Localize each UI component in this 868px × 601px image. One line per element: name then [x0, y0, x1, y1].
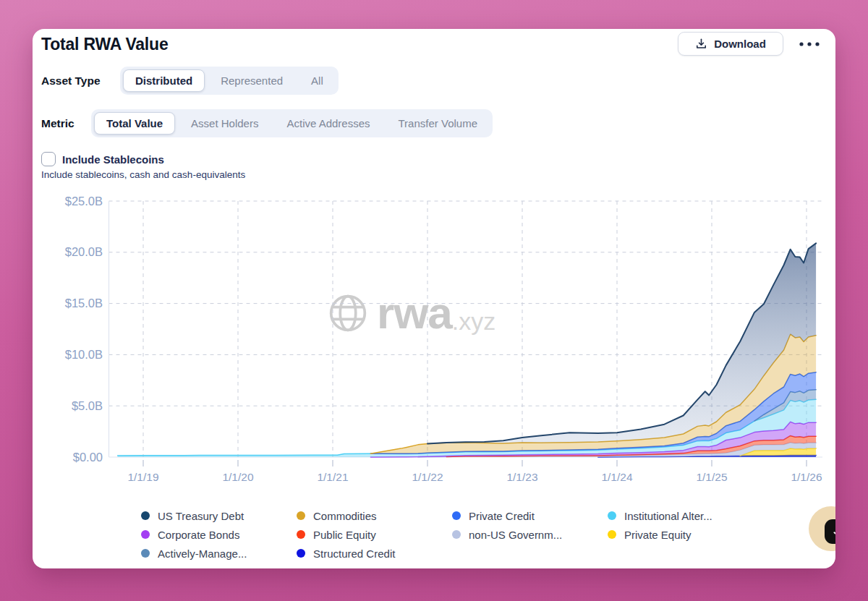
- legend-item-structured-credit[interactable]: Structured Credit: [297, 544, 452, 563]
- metric-option-asset-holders[interactable]: Asset Holders: [179, 112, 271, 135]
- legend-item-private-equity[interactable]: Private Equity: [608, 525, 788, 544]
- include-stablecoins-description: Include stablecoins, cash and cash-equiv…: [41, 169, 245, 180]
- stacked-area-chart[interactable]: $0.00$5.0B$10.0B$15.0B$20.0B$25.0B1/1/19…: [33, 195, 835, 493]
- svg-text:$25.0B: $25.0B: [65, 195, 103, 208]
- download-label: Download: [714, 38, 766, 50]
- legend-dot: [297, 530, 305, 539]
- legend-label: US Treasury Debt: [158, 510, 244, 522]
- download-icon: [695, 38, 707, 50]
- asset-type-option-all[interactable]: All: [299, 69, 336, 92]
- legend-item-corporate-bonds[interactable]: Corporate Bonds: [141, 525, 297, 544]
- svg-text:1/1/24: 1/1/24: [601, 471, 632, 483]
- svg-text:1/1/21: 1/1/21: [317, 471, 348, 483]
- svg-text:$10.0B: $10.0B: [65, 348, 103, 361]
- legend-label: non-US Governm...: [469, 529, 562, 541]
- chart-area: rwa .xyz $0.00$5.0B$10.0B$15.0B$20.0B$25…: [33, 195, 835, 493]
- metric-label: Metric: [41, 117, 91, 130]
- legend-item-non-us-governm[interactable]: non-US Governm...: [452, 525, 608, 544]
- include-stablecoins-row: Include Stablecoins: [41, 152, 164, 166]
- legend-dot: [452, 530, 461, 539]
- legend-dot: [141, 549, 150, 558]
- legend-item-commodities[interactable]: Commodities: [297, 506, 452, 525]
- chart-legend: US Treasury DebtCommoditiesPrivate Credi…: [141, 506, 788, 563]
- ellipsis-icon: [799, 41, 820, 47]
- legend-label: Private Equity: [624, 529, 692, 541]
- svg-text:1/1/25: 1/1/25: [696, 471, 727, 483]
- legend-item-institutional-alter[interactable]: Institutional Alter...: [608, 506, 788, 525]
- chat-widget-button[interactable]: [809, 506, 835, 551]
- page-title: Total RWA Value: [41, 35, 169, 54]
- legend-label: Structured Credit: [313, 547, 395, 560]
- legend-item-actively-manage[interactable]: Actively-Manage...: [141, 544, 297, 563]
- legend-label: Corporate Bonds: [158, 529, 239, 541]
- legend-dot: [297, 549, 305, 558]
- legend-label: Commodities: [313, 510, 377, 522]
- legend-label: Private Credit: [469, 510, 535, 522]
- metric-option-transfer-volume[interactable]: Transfer Volume: [386, 112, 490, 135]
- more-options-button[interactable]: [793, 35, 825, 53]
- download-button[interactable]: Download: [678, 32, 783, 56]
- asset-type-segmented: DistributedRepresentedAll: [120, 67, 339, 95]
- metric-option-active-addresses[interactable]: Active Addresses: [274, 112, 382, 135]
- legend-dot: [452, 511, 461, 520]
- include-stablecoins-label: Include Stablecoins: [62, 153, 164, 166]
- legend-item-private-credit[interactable]: Private Credit: [452, 506, 608, 525]
- svg-text:$0.00: $0.00: [73, 451, 103, 464]
- chat-icon: [825, 519, 835, 544]
- svg-text:$15.0B: $15.0B: [65, 297, 103, 310]
- legend-label: Institutional Alter...: [624, 510, 712, 522]
- legend-dot: [141, 511, 150, 520]
- metric-option-total-value[interactable]: Total Value: [94, 112, 175, 135]
- legend-dot: [608, 511, 616, 520]
- svg-text:1/1/20: 1/1/20: [222, 471, 253, 483]
- legend-item-public-equity[interactable]: Public Equity: [297, 525, 452, 544]
- legend-dot: [297, 511, 305, 520]
- legend-label: Public Equity: [313, 529, 376, 541]
- svg-text:1/1/26: 1/1/26: [791, 471, 822, 483]
- asset-type-row: Asset Type DistributedRepresentedAll: [41, 67, 339, 95]
- chart-card: Total RWA Value Download Asset Type Dist…: [33, 29, 835, 568]
- legend-dot: [141, 530, 150, 539]
- svg-text:1/1/22: 1/1/22: [412, 471, 443, 483]
- asset-type-option-represented[interactable]: Represented: [208, 69, 295, 92]
- svg-text:$5.0B: $5.0B: [72, 399, 103, 412]
- svg-text:1/1/19: 1/1/19: [127, 471, 158, 483]
- metric-segmented: Total ValueAsset HoldersActive Addresses…: [91, 109, 493, 137]
- metric-row: Metric Total ValueAsset HoldersActive Ad…: [41, 109, 493, 137]
- asset-type-label: Asset Type: [41, 74, 120, 88]
- legend-item-us-treasury-debt[interactable]: US Treasury Debt: [141, 506, 297, 525]
- svg-text:1/1/23: 1/1/23: [506, 471, 537, 483]
- include-stablecoins-checkbox[interactable]: [41, 152, 56, 166]
- legend-dot: [608, 530, 616, 539]
- asset-type-option-distributed[interactable]: Distributed: [123, 69, 205, 92]
- svg-text:$20.0B: $20.0B: [65, 245, 103, 258]
- legend-label: Actively-Manage...: [158, 547, 247, 560]
